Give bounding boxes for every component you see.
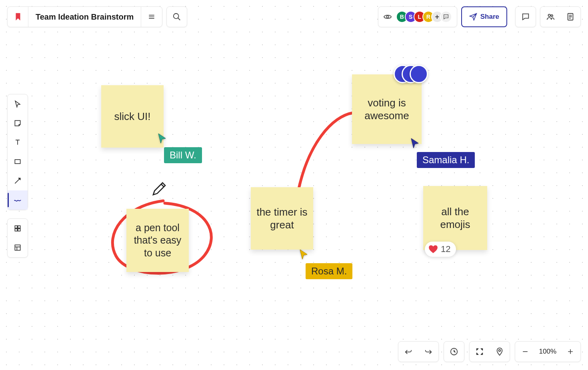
topbar-right: B S L R + Share bbox=[378, 6, 581, 27]
tool-text[interactable] bbox=[8, 133, 28, 152]
svg-point-0 bbox=[174, 14, 179, 19]
svg-rect-12 bbox=[18, 229, 20, 231]
svg-point-2 bbox=[445, 16, 445, 16]
sticky-note[interactable]: the timer is great bbox=[251, 187, 313, 250]
remote-cursor: Bill W. bbox=[158, 133, 202, 163]
svg-point-6 bbox=[551, 15, 553, 17]
logo-icon bbox=[14, 12, 22, 21]
svg-point-15 bbox=[498, 350, 500, 352]
share-label: Share bbox=[480, 13, 499, 21]
tool-palette-secondary bbox=[7, 218, 28, 258]
undo-icon bbox=[404, 347, 413, 356]
sticky-icon bbox=[14, 119, 22, 127]
zoom-in-button[interactable] bbox=[560, 342, 580, 362]
cursor-name-tag: Samalia H. bbox=[417, 152, 475, 168]
reaction-count: 12 bbox=[441, 244, 450, 254]
zoom-out-button[interactable] bbox=[515, 342, 535, 362]
vote-dot[interactable] bbox=[410, 65, 428, 83]
svg-rect-9 bbox=[15, 226, 17, 228]
reaction-pill[interactable]: 12 bbox=[425, 242, 456, 257]
document-icon bbox=[566, 12, 575, 21]
scribble-icon bbox=[13, 196, 22, 204]
layout-icon bbox=[14, 244, 22, 252]
rectangle-icon bbox=[14, 158, 22, 166]
tool-line[interactable] bbox=[8, 171, 28, 190]
avatar-stack: B S L R + bbox=[396, 11, 452, 23]
svg-point-1 bbox=[386, 16, 389, 18]
drawn-strokes bbox=[0, 0, 588, 370]
chat-bubble-pill[interactable] bbox=[440, 11, 452, 23]
grid-icon bbox=[14, 224, 22, 232]
arrow-icon bbox=[14, 177, 22, 185]
tool-palette bbox=[7, 94, 28, 210]
top-bar: Team Ideation Brainstorm B S L R + Share bbox=[7, 6, 581, 27]
plus-icon bbox=[566, 348, 574, 356]
notes-button[interactable] bbox=[560, 7, 580, 27]
remote-cursor: Rosa M. bbox=[299, 249, 352, 279]
heart-icon bbox=[428, 244, 438, 254]
tool-select[interactable] bbox=[8, 94, 28, 114]
hamburger-icon bbox=[148, 13, 156, 21]
undo-button[interactable] bbox=[398, 342, 418, 362]
comments-button[interactable] bbox=[515, 6, 536, 27]
svg-point-3 bbox=[446, 16, 446, 16]
board-title[interactable]: Team Ideation Brainstorm bbox=[28, 7, 141, 27]
cursor-name-tag: Bill W. bbox=[164, 147, 202, 163]
people-icon bbox=[546, 12, 555, 21]
presence-box[interactable]: B S L R + bbox=[378, 6, 457, 27]
chat-icon bbox=[443, 14, 449, 20]
sticky-note[interactable]: all the emojis bbox=[423, 186, 487, 250]
bottom-bar: 100% bbox=[398, 341, 581, 362]
svg-rect-8 bbox=[15, 160, 20, 164]
svg-rect-10 bbox=[18, 226, 20, 228]
redo-icon bbox=[424, 347, 433, 356]
canvas[interactable]: slick UI! a pen tool that's easy to use … bbox=[0, 0, 588, 370]
tool-templates[interactable] bbox=[8, 219, 28, 238]
map-pin-icon bbox=[495, 347, 504, 356]
fullscreen-button[interactable] bbox=[470, 342, 490, 362]
svg-rect-13 bbox=[15, 245, 20, 250]
svg-rect-11 bbox=[15, 229, 17, 231]
redo-button[interactable] bbox=[418, 342, 438, 362]
history-button-group bbox=[444, 341, 464, 362]
cursor-name-tag: Rosa M. bbox=[306, 263, 352, 279]
pencil-icon bbox=[151, 181, 167, 197]
search-icon bbox=[172, 12, 181, 21]
collab-group bbox=[540, 6, 581, 27]
remote-cursor: Samalia H. bbox=[410, 138, 475, 168]
tool-draw[interactable] bbox=[8, 190, 28, 210]
sticky-note[interactable]: a pen tool that's easy to use bbox=[126, 209, 189, 272]
cursor-icon bbox=[14, 100, 22, 108]
tool-frames[interactable] bbox=[8, 238, 28, 257]
share-button[interactable]: Share bbox=[461, 6, 507, 27]
undo-redo-group bbox=[398, 341, 439, 362]
expand-icon bbox=[475, 347, 484, 356]
title-group: Team Ideation Brainstorm bbox=[7, 6, 162, 27]
search-button[interactable] bbox=[166, 6, 187, 27]
zoom-level[interactable]: 100% bbox=[535, 348, 560, 356]
eye-icon bbox=[383, 12, 392, 21]
tool-sticky[interactable] bbox=[8, 114, 28, 133]
history-button[interactable] bbox=[444, 342, 464, 362]
zoom-group: 100% bbox=[515, 341, 581, 362]
text-icon bbox=[14, 138, 22, 146]
sticky-note[interactable]: slick UI! bbox=[101, 85, 164, 148]
menu-button[interactable] bbox=[141, 7, 162, 27]
view-group bbox=[469, 341, 510, 362]
tool-shape[interactable] bbox=[8, 152, 28, 171]
location-button[interactable] bbox=[490, 342, 510, 362]
minus-icon bbox=[521, 348, 529, 356]
comment-icon bbox=[521, 12, 530, 21]
sticky-note[interactable]: voting is awesome bbox=[352, 74, 422, 144]
participants-button[interactable] bbox=[540, 7, 560, 27]
clock-icon bbox=[450, 347, 458, 356]
app-logo[interactable] bbox=[8, 7, 28, 27]
paper-plane-icon bbox=[469, 13, 477, 21]
svg-point-5 bbox=[548, 14, 551, 17]
svg-point-4 bbox=[446, 16, 447, 16]
pencil-cursor bbox=[151, 181, 167, 198]
